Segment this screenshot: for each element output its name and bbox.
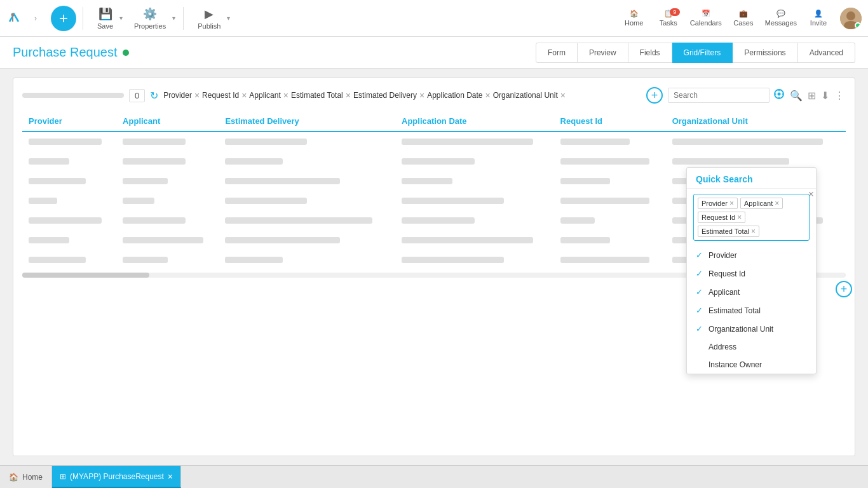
remove-tag-button[interactable]: × <box>283 91 288 100</box>
filter-button[interactable]: ⊞ <box>806 88 817 103</box>
qs-list-item[interactable]: ✓Request Id <box>687 264 816 283</box>
skeleton-cell <box>225 139 307 145</box>
qs-tag-label: Applicant <box>744 200 773 207</box>
bottom-tab-icon: ⊞ <box>60 472 66 481</box>
nav-cases[interactable]: 💼 Cases <box>731 10 756 27</box>
tab-preview[interactable]: Preview <box>578 43 628 63</box>
publish-button[interactable]: ▶ Publish <box>194 4 224 32</box>
qs-item-label: Estimated Total <box>709 306 761 315</box>
qs-check-icon: ✓ <box>696 324 703 334</box>
tab-fields[interactable]: Fields <box>628 43 672 63</box>
svg-point-2 <box>846 11 855 20</box>
filter-tag: Organizational Unit× <box>493 91 566 100</box>
save-icon: 💾 <box>98 7 112 21</box>
more-options-button[interactable]: ⋮ <box>833 88 846 103</box>
toolbar: › + 💾 Save ▾ ⚙️ Properties ▾ ▶ Publish ▾ <box>0 0 868 37</box>
bottom-home-label: Home <box>22 473 43 482</box>
download-button[interactable]: ⬇ <box>820 88 831 103</box>
skeleton-cell <box>402 139 533 145</box>
qs-item-label: Applicant <box>709 288 740 297</box>
nav-expand-button[interactable]: › <box>29 12 42 25</box>
remove-tag-button[interactable]: × <box>194 91 200 100</box>
qs-list-item[interactable]: Instance Owner <box>687 356 816 374</box>
add-column-button[interactable]: + <box>646 87 663 104</box>
save-button[interactable]: 💾 Save <box>93 4 117 32</box>
qs-tag-label: Request Id <box>702 214 735 221</box>
remove-tag-button[interactable]: × <box>241 91 247 100</box>
toolbar-right: 🏠 Home 📋 9 Tasks 📅 Calendars 💼 Cases 💬 M… <box>621 8 862 29</box>
save-label: Save <box>97 22 113 30</box>
qs-list-item[interactable]: ✓Estimated Total <box>687 301 816 320</box>
filter-tag-label: Estimated Total <box>291 91 343 100</box>
qs-remove-tag-button[interactable]: × <box>751 227 756 236</box>
tab-advanced[interactable]: Advanced <box>798 43 855 63</box>
quick-search-close-button[interactable]: × <box>808 189 814 200</box>
qs-remove-tag-button[interactable]: × <box>729 199 734 208</box>
refresh-button[interactable]: ↻ <box>150 90 158 102</box>
column-header[interactable]: Application Date <box>395 111 554 132</box>
search-button[interactable]: 🔍 <box>789 88 804 103</box>
remove-tag-button[interactable]: × <box>560 91 566 100</box>
publish-dropdown-button[interactable]: ▾ <box>226 4 231 32</box>
skeleton-cell <box>29 139 102 145</box>
skeleton-cell <box>29 257 86 263</box>
column-header[interactable]: Request Id <box>554 111 666 132</box>
column-header[interactable]: Applicant <box>116 111 219 132</box>
filter-tag-label: Request Id <box>202 91 239 100</box>
bottom-app-tab[interactable]: ⊞ (MYAPP) PurchaseRequest × <box>52 466 181 488</box>
nav-messages[interactable]: 💬 Messages <box>765 10 797 27</box>
nav-invite[interactable]: 👤 Invite <box>806 10 831 27</box>
search-settings-button[interactable] <box>772 87 786 104</box>
scroll-thumb <box>22 273 149 278</box>
remove-tag-button[interactable]: × <box>419 91 424 100</box>
qs-list-item[interactable]: Address <box>687 338 816 356</box>
qs-list-item[interactable]: ✓Applicant <box>687 283 816 301</box>
properties-dropdown-button[interactable]: ▾ <box>171 4 177 32</box>
column-header[interactable]: Provider <box>22 111 116 132</box>
tab-grid-filters[interactable]: Grid/Filters <box>672 43 733 63</box>
separator-1 <box>83 7 83 30</box>
skeleton-cell <box>672 158 789 165</box>
tab-navigation: FormPreviewFieldsGrid/FiltersPermissions… <box>536 43 855 63</box>
skeleton-cell <box>123 158 186 165</box>
search-input[interactable] <box>668 88 770 103</box>
filter-tag-label: Application Date <box>427 91 482 100</box>
remove-tag-button[interactable]: × <box>485 91 491 100</box>
filter-tags-area: Provider×Request Id×Applicant×Estimated … <box>163 91 641 100</box>
skeleton-cell <box>123 257 168 263</box>
skeleton-cell <box>29 198 57 204</box>
qs-list-item[interactable]: ✓Organizational Unit <box>687 320 816 338</box>
separator-2 <box>183 7 184 30</box>
nav-home[interactable]: 🏠 Home <box>621 10 647 27</box>
nav-tasks[interactable]: 📋 9 Tasks <box>656 10 681 27</box>
qs-list-item[interactable]: ✓Provider <box>687 246 816 264</box>
qs-remove-tag-button[interactable]: × <box>737 213 742 222</box>
add-button[interactable]: + <box>51 6 76 31</box>
svg-point-0 <box>11 13 15 16</box>
page-title-text: Purchase Request <box>13 45 118 60</box>
bottom-home-tab[interactable]: 🏠 Home <box>0 466 52 488</box>
filter-tag-label: Organizational Unit <box>493 91 558 100</box>
properties-button[interactable]: ⚙️ Properties <box>130 4 170 32</box>
nav-calendars[interactable]: 📅 Calendars <box>690 10 722 27</box>
user-avatar[interactable] <box>840 8 862 29</box>
skeleton-cell <box>402 178 452 184</box>
qs-remove-tag-button[interactable]: × <box>775 199 779 208</box>
remove-tag-button[interactable]: × <box>346 91 351 100</box>
close-tab-button[interactable]: × <box>168 471 173 482</box>
nav-home-label: Home <box>625 19 643 27</box>
skeleton-cell <box>123 198 154 204</box>
toolbar-left: › + 💾 Save ▾ ⚙️ Properties ▾ ▶ Publish ▾ <box>6 4 231 32</box>
qs-selected-tag: Provider× <box>698 198 738 209</box>
page-header: Purchase Request FormPreviewFieldsGrid/F… <box>0 37 868 69</box>
skeleton-cell <box>29 158 69 165</box>
column-header[interactable]: Estimated Delivery <box>219 111 395 132</box>
column-header[interactable]: Organizational Unit <box>666 111 846 132</box>
skeleton-cell <box>225 237 339 243</box>
save-dropdown-button[interactable]: ▾ <box>118 4 124 32</box>
add-row-button[interactable]: + <box>836 281 852 297</box>
tab-form[interactable]: Form <box>536 43 578 63</box>
status-dot <box>123 50 129 56</box>
nav-messages-label: Messages <box>765 19 797 27</box>
tab-permissions[interactable]: Permissions <box>733 43 797 63</box>
